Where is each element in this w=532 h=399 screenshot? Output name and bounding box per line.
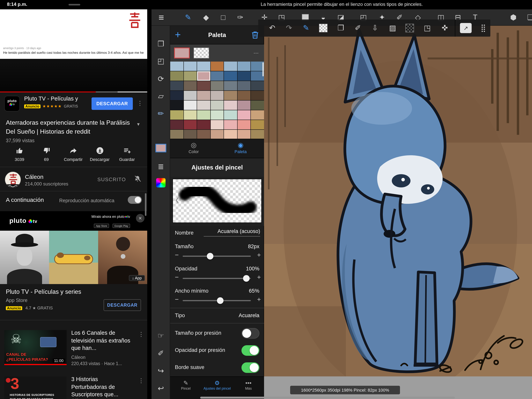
palette-color[interactable] (197, 62, 210, 71)
canvas-hscrollbar[interactable] (200, 397, 455, 399)
download-outline-button[interactable]: DESCARGAR (104, 299, 141, 311)
grid-dots-icon[interactable]: ⣿ (477, 22, 489, 34)
palette-scrollbar[interactable] (262, 62, 264, 76)
minwidth-plus-button[interactable]: + (256, 296, 262, 303)
rotate-canvas-icon[interactable]: ⟳ (155, 73, 167, 85)
next-brush-button[interactable]: ❯ (254, 196, 259, 203)
fullscreen-icon[interactable]: ✜ (439, 22, 451, 34)
palette-color[interactable] (238, 91, 251, 100)
brush-name-row[interactable]: Nombre Acuarela (acuoso) (170, 226, 264, 241)
pages-icon[interactable]: ❒ (155, 38, 167, 50)
video-player[interactable]: amei3go 3 points · 13 days ago He tenido… (0, 9, 147, 92)
palette-color[interactable] (210, 130, 223, 139)
palette-color[interactable] (210, 71, 223, 81)
ad-app-logo[interactable]: pluto tv (4, 96, 20, 111)
drawing-canvas[interactable]: 1600*2560px 350dpi 198% Pincel: 82px 100… (264, 26, 532, 399)
eyedropper-tool-icon[interactable]: ✐ (155, 348, 167, 359)
like-button[interactable]: 3039 (8, 147, 31, 162)
size-slider[interactable] (183, 256, 251, 257)
chevron-down-icon[interactable]: ▾ (137, 121, 140, 127)
transparency-bg-icon[interactable] (319, 24, 328, 32)
app-chip[interactable]: ↓ App (129, 275, 145, 281)
opacity-slider-thumb[interactable] (243, 275, 250, 282)
video-thumbnail[interactable]: ☠ CANAL DE ¿PELÍCULAS PIRATA? 11:00 (4, 330, 67, 365)
size-plus-button[interactable]: + (256, 251, 262, 259)
palette-color[interactable] (184, 91, 197, 100)
notifications-off-button[interactable] (133, 174, 142, 183)
redo-icon[interactable]: ↷ (283, 22, 295, 34)
palette-color[interactable] (197, 130, 210, 139)
palette-color[interactable] (197, 71, 210, 81)
curve-tool-icon[interactable]: ✑ (234, 12, 246, 23)
palette-color[interactable] (210, 120, 223, 129)
tab-mas[interactable]: ••• Más (233, 377, 264, 399)
palette-color[interactable] (224, 91, 237, 100)
palette-color[interactable] (238, 101, 251, 110)
rainbow-palette-icon[interactable] (156, 178, 165, 187)
video-menu-icon[interactable]: ⋮ (138, 331, 144, 338)
minwidth-slider[interactable] (183, 300, 251, 301)
ad-title[interactable]: Pluto TV - Películas y series (6, 288, 81, 295)
palette-color[interactable] (251, 130, 264, 139)
suggested-title[interactable]: Los 6 Canales de televisión más extraños… (71, 329, 130, 352)
palette-color[interactable] (184, 130, 197, 139)
ad-photo-catdog[interactable] (49, 231, 98, 284)
dislike-button[interactable]: 69 (35, 147, 58, 162)
size-minus-button[interactable]: − (174, 251, 180, 259)
opacity-minus-button[interactable]: − (174, 274, 180, 281)
palette-color[interactable] (197, 81, 210, 90)
video-menu-icon[interactable]: ⋮ (138, 377, 144, 384)
palette-color[interactable] (238, 110, 251, 120)
palette-color[interactable] (184, 62, 197, 71)
open-in-new-icon[interactable]: ◳ (421, 22, 433, 34)
current-color-swatch[interactable] (155, 144, 166, 152)
tab-paleta[interactable]: ◉ Paleta (217, 139, 264, 158)
ad-banner-photos[interactable]: ↓ App (0, 231, 147, 284)
tab-pincel[interactable]: ✎ Pincel (170, 377, 202, 399)
palette-color[interactable] (251, 101, 264, 110)
current-color-swatch[interactable] (174, 48, 190, 58)
palette-color[interactable] (184, 81, 197, 90)
share-button[interactable]: Compartir (62, 147, 85, 162)
soft-edge-toggle[interactable] (241, 362, 259, 373)
suggested-video-1[interactable]: ☠ CANAL DE ¿PELÍCULAS PIRATA? 11:00 Los … (0, 328, 147, 373)
palette-color[interactable] (251, 62, 264, 71)
duplicate-layer-icon[interactable]: ❐ (335, 22, 347, 34)
save-button[interactable]: Guardar (115, 147, 139, 162)
download-action-button[interactable]: Descargar (88, 147, 111, 162)
stroke-stabilizer-icon[interactable]: ✎ (300, 22, 312, 34)
palette-color[interactable] (184, 71, 197, 81)
airbrush-icon[interactable]: ✏ (155, 108, 167, 120)
video-progress-bar[interactable] (0, 91, 147, 92)
palette-color[interactable] (224, 110, 237, 120)
ad-menu-icon[interactable]: ⋮ (137, 100, 143, 107)
palette-color[interactable] (184, 120, 197, 129)
layer-panel-icon[interactable]: ≣ (155, 161, 167, 173)
menu-hamburger-icon[interactable]: ≡ (155, 12, 167, 23)
subscribed-button[interactable]: SUSCRITO (97, 176, 126, 182)
save-download-icon[interactable]: ⇩ (369, 22, 381, 34)
palette-color[interactable] (251, 110, 264, 120)
minwidth-minus-button[interactable]: − (174, 296, 180, 303)
ad-photo-man-hat[interactable] (0, 231, 49, 284)
palette-color[interactable] (224, 71, 237, 81)
ruler-icon[interactable]: ▱ (155, 90, 167, 102)
brush-name-value[interactable]: Acuarela (acuoso) (204, 228, 260, 237)
opacity-plus-button[interactable]: + (256, 274, 262, 281)
palette-color[interactable] (251, 91, 264, 100)
opacity-slider[interactable] (183, 278, 251, 279)
palette-color[interactable] (210, 62, 223, 71)
palette-color[interactable] (197, 101, 210, 110)
hand-tool-icon[interactable]: ☞ (155, 330, 167, 342)
select-area-icon[interactable]: ◰ (155, 55, 167, 67)
palette-color[interactable] (170, 81, 183, 90)
share-forward-icon[interactable]: ↪ (155, 365, 167, 377)
brush-type-row[interactable]: Tipo Acuarela (170, 308, 264, 323)
palette-color[interactable] (224, 62, 237, 71)
palette-color[interactable] (184, 101, 197, 110)
undo-rail-icon[interactable]: ↩ (155, 383, 167, 394)
palette-color[interactable] (251, 81, 264, 90)
video-title[interactable]: Aterradoras experiencias durante la Pará… (6, 118, 133, 136)
dark-pattern-icon[interactable] (405, 24, 414, 32)
palette-color[interactable] (238, 62, 251, 71)
